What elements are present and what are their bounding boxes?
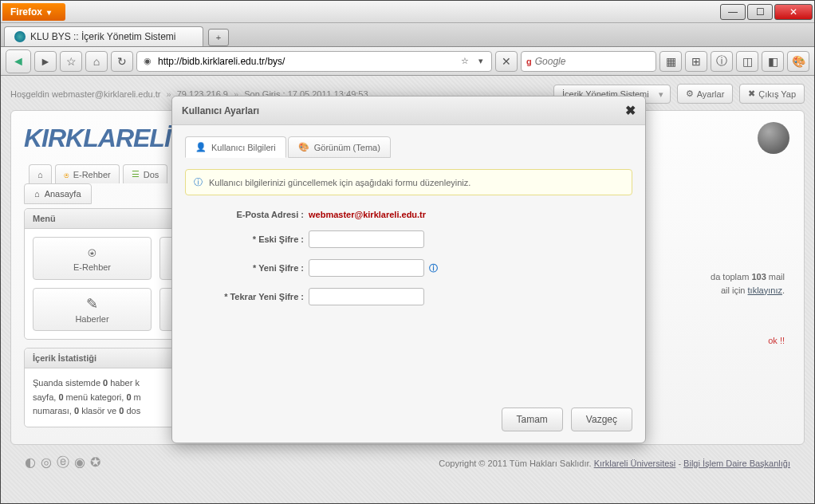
mail-notification: da toplam 103 mail ail için tıklayınız. xyxy=(711,270,785,297)
google-icon: g xyxy=(526,57,532,66)
footer-link-dept[interactable]: Bilgi İşlem Daire Başkanlığı xyxy=(683,459,790,468)
bookmark-button[interactable]: ☆ xyxy=(60,51,82,72)
nav-home-icon-tab[interactable]: ⌂ xyxy=(29,164,52,183)
info-icon: ⓘ xyxy=(194,176,203,188)
globe-icon xyxy=(758,122,789,154)
contact-icon: ⍟ xyxy=(40,244,144,261)
addon-button-3[interactable]: ⓘ xyxy=(711,51,733,72)
opera-icon: ◉ xyxy=(74,455,85,471)
footer-link-university[interactable]: Kırklareli Üniversitesi xyxy=(594,459,676,468)
dialog-close-button[interactable]: ✖ xyxy=(625,103,636,118)
minimize-button[interactable]: — xyxy=(720,4,746,20)
cancel-button[interactable]: Vazgeç xyxy=(571,408,632,431)
home-icon: ⌂ xyxy=(37,170,43,179)
copyright-text: Copyright © 2011 Tüm Hakları Saklıdır. xyxy=(439,459,591,468)
home-button[interactable]: ⌂ xyxy=(85,51,108,72)
chrome-icon: ◎ xyxy=(41,455,52,471)
search-input[interactable] xyxy=(535,56,656,67)
exit-icon: ✖ xyxy=(748,89,755,99)
user-email: webmaster@kirklareli.edu.tr xyxy=(52,89,161,99)
confirm-password-input[interactable] xyxy=(309,288,424,305)
addon-button-1[interactable]: ▦ xyxy=(659,51,682,72)
globe-icon: ◉ xyxy=(142,56,153,66)
window-controls: — ☐ ✕ xyxy=(720,4,814,20)
palette-icon: 🎨 xyxy=(298,142,309,152)
star-icon[interactable]: ☆ xyxy=(459,56,470,66)
ok-button[interactable]: Tamam xyxy=(502,408,563,431)
dialog-header: Kullanıcı Ayarları ✖ xyxy=(172,96,645,125)
addon-button-5[interactable]: ◧ xyxy=(762,51,784,72)
nav-dosyalar-tab[interactable]: ☰Dos xyxy=(123,164,168,183)
files-icon: ☰ xyxy=(132,169,140,179)
nav-toolbar: ◄ ► ☆ ⌂ ↻ ◉ ☆ ▾ ✕ g 🔍 ▦ ⊞ ⓘ ◫ ◧ 🎨 xyxy=(1,47,814,76)
browser-tab[interactable]: KLU BYS :: İçerik Yönetim Sistemi xyxy=(4,26,203,46)
favicon-icon xyxy=(14,31,26,42)
anasayfa-tab[interactable]: ⌂Anasayfa xyxy=(24,183,92,204)
old-password-label: * Eski Şifre : xyxy=(185,234,309,244)
stop-button[interactable]: ✕ xyxy=(495,51,518,72)
welcome-label: Hoşgeldin xyxy=(10,89,49,99)
addon-button-4[interactable]: ◫ xyxy=(736,51,758,72)
settings-button[interactable]: ⚙Ayarlar xyxy=(677,84,734,104)
info-icon[interactable]: ⓘ xyxy=(429,262,438,274)
url-input[interactable] xyxy=(158,56,455,67)
warning-text: ok !! xyxy=(768,336,785,345)
home-icon: ⌂ xyxy=(34,189,40,199)
reload-button[interactable]: ↻ xyxy=(111,51,133,72)
user-icon: 👤 xyxy=(195,142,207,152)
tab-title: KLU BYS :: İçerik Yönetim Sistemi xyxy=(30,31,176,42)
logout-button[interactable]: ✖Çıkış Yap xyxy=(739,84,805,104)
news-icon: ✎ xyxy=(40,295,144,313)
firefox-menu-button[interactable]: Firefox xyxy=(2,3,65,21)
contact-icon: ⍟ xyxy=(64,170,69,179)
info-message: ⓘ Kullanıcı bilgilerinizi güncellemek iç… xyxy=(185,169,632,195)
dropdown-icon[interactable]: ▾ xyxy=(475,56,486,66)
footer: ◐ ◎ ⓔ ◉ ✪ Copyright © 2011 Tüm Hakları S… xyxy=(10,445,805,481)
new-password-label: * Yeni Şifre : xyxy=(185,263,309,273)
tab-theme[interactable]: 🎨Görünüm (Tema) xyxy=(288,136,391,158)
confirm-password-label: * Tekrar Yeni Şifre : xyxy=(185,292,309,301)
titlebar: Firefox — ☐ ✕ xyxy=(1,1,814,23)
tab-user-info[interactable]: 👤Kullanıcı Bilgileri xyxy=(185,136,286,158)
dialog-title: Kullanıcı Ayarları xyxy=(182,105,259,116)
dialog-tabs: 👤Kullanıcı Bilgileri 🎨Görünüm (Tema) xyxy=(185,136,632,158)
close-button[interactable]: ✕ xyxy=(774,4,813,20)
email-value: webmaster@kirklareli.edu.tr xyxy=(309,210,426,219)
footer-icons: ◐ ◎ ⓔ ◉ ✪ xyxy=(25,455,100,471)
old-password-input[interactable] xyxy=(309,230,424,248)
new-tab-button[interactable]: + xyxy=(208,29,229,46)
ff-icon: ◐ xyxy=(25,455,36,471)
ie-icon: ⓔ xyxy=(57,455,69,471)
nav-erehber-tab[interactable]: ⍟E-Rehber xyxy=(55,164,120,183)
dialog-footer: Tamam Vazgeç xyxy=(172,400,645,443)
maximize-button[interactable]: ☐ xyxy=(747,4,773,20)
menu-erehber[interactable]: ⍟E-Rehber xyxy=(33,237,152,280)
email-label: E-Posta Adresi : xyxy=(185,210,309,219)
new-password-input[interactable] xyxy=(309,259,424,277)
addon-button-2[interactable]: ⊞ xyxy=(685,51,707,72)
back-button[interactable]: ◄ xyxy=(6,49,31,73)
addon-button-6[interactable]: 🎨 xyxy=(787,51,809,72)
gear-icon: ⚙ xyxy=(686,89,694,99)
url-bar[interactable]: ◉ ☆ ▾ xyxy=(136,51,492,72)
user-settings-dialog: Kullanıcı Ayarları ✖ 👤Kullanıcı Bilgiler… xyxy=(171,96,646,443)
search-bar[interactable]: g 🔍 xyxy=(521,51,656,72)
forward-button[interactable]: ► xyxy=(34,51,57,72)
safari-icon: ✪ xyxy=(90,455,100,471)
tab-bar: KLU BYS :: İçerik Yönetim Sistemi + xyxy=(1,23,814,47)
mail-link[interactable]: tıklayınız xyxy=(748,285,782,295)
menu-haberler[interactable]: ✎Haberler xyxy=(33,288,152,331)
